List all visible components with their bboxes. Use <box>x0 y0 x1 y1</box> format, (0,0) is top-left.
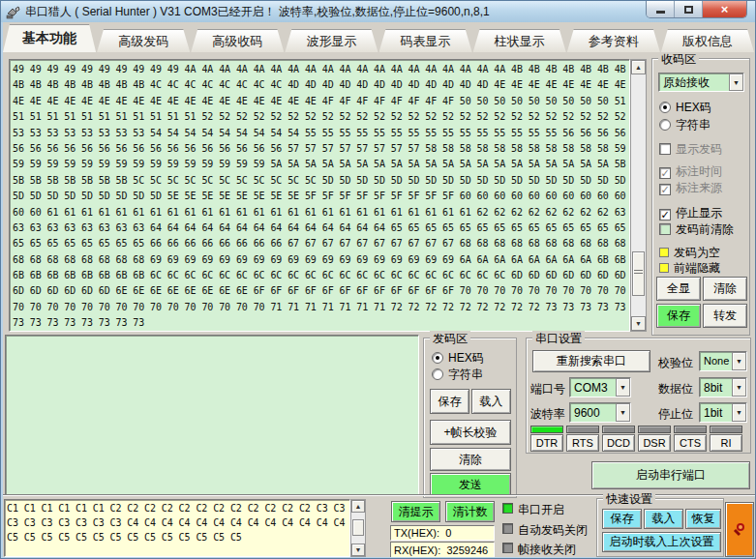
chevron-down-icon: ▼ <box>732 352 746 370</box>
checkbox-icon <box>659 143 671 155</box>
clear-prompt-button[interactable]: 清提示 <box>391 501 440 522</box>
checkbox-mark-source: ✓标注来源 <box>659 180 722 196</box>
maximize-icon <box>684 6 693 14</box>
send-load-button[interactable]: 载入 <box>471 389 511 414</box>
tab-bar-display[interactable]: 柱状显示 <box>473 29 566 52</box>
tab-copyright[interactable]: 版权信息 <box>661 29 754 52</box>
app-icon <box>6 5 20 19</box>
scroll-down-icon[interactable]: ▼ <box>631 316 646 331</box>
window-controls: × <box>646 1 747 18</box>
quick-restore-button[interactable]: 恢复 <box>685 509 721 529</box>
receive-radio-hex[interactable]: HEX码 <box>659 100 711 116</box>
scroll-up-icon[interactable]: ▲ <box>631 60 646 74</box>
hex-line: 59 59 59 59 59 59 59 59 59 59 59 59 59 5… <box>13 157 629 172</box>
hex-line: 63 63 63 63 63 63 63 63 64 64 64 64 64 6… <box>13 221 629 236</box>
databits-select[interactable]: 8bit ▼ <box>699 377 747 397</box>
indicator-front-hide: 前端隐藏 <box>659 260 720 277</box>
send-hex-log[interactable]: C1 C1 C1 C1 C1 C1 C2 C2 C2 C2 C2 C2 C2 C… <box>4 499 350 557</box>
send-group-title: 发码区 <box>430 331 470 347</box>
checkbox-stop-display[interactable]: ✓停止显示 <box>659 205 722 221</box>
forward-button[interactable]: 转发 <box>703 304 747 328</box>
hex-line: 65 65 65 65 65 65 65 65 66 66 66 66 66 6… <box>13 236 629 251</box>
clear-count-button[interactable]: 清计数 <box>445 501 495 522</box>
yellow-indicator-icon <box>659 263 669 273</box>
hex-line: 4E 4E 4E 4E 4E 4E 4E 4E 4E 4E 4E 4E 4E 4… <box>13 94 629 109</box>
receive-radio-string[interactable]: 字符串 <box>659 117 711 133</box>
minimize-button[interactable] <box>647 1 675 17</box>
magnifier-button[interactable] <box>725 502 754 557</box>
tab-adv-send[interactable]: 高级发码 <box>97 29 190 52</box>
hex-line: 5B 5B 5B 5B 5B 5B 5B 5C 5C 5C 5C 5C 5C 5… <box>13 173 629 189</box>
ri-button[interactable]: RI <box>710 434 742 452</box>
led-on-icon <box>502 503 513 514</box>
receive-mode-select[interactable]: 原始接收 ▼ <box>658 73 744 92</box>
tab-reference[interactable]: 参考资料 <box>567 29 660 52</box>
scrollbar-thumb[interactable] <box>352 519 364 536</box>
status-auto-send-off: 自动发码关闭 <box>502 522 588 539</box>
radio-icon <box>432 368 443 380</box>
tab-code-table[interactable]: 码表显示 <box>379 29 472 52</box>
chevron-down-icon: ▼ <box>732 403 746 422</box>
chevron-down-icon: ▼ <box>729 74 743 91</box>
checkbox-icon <box>659 223 671 235</box>
dcd-led <box>602 426 635 433</box>
tab-adv-receive[interactable]: 高级收码 <box>191 29 284 52</box>
send-clear-button[interactable]: 清除 <box>430 448 511 471</box>
scrollbar-thumb[interactable] <box>632 251 645 296</box>
parity-label: 校验位 <box>658 355 693 371</box>
maximize-button[interactable] <box>675 1 703 17</box>
baud-select[interactable]: 9600 ▼ <box>569 402 631 423</box>
send-save-button[interactable]: 保存 <box>430 389 469 414</box>
scroll-up-icon[interactable]: ▲ <box>351 500 365 513</box>
receive-scrollbar[interactable]: ▲ ▼ <box>630 59 647 332</box>
load-last-settings-button[interactable]: 启动时载入上次设置 <box>602 532 721 552</box>
led-off-icon <box>502 523 513 534</box>
receive-hex-display[interactable]: 49 49 49 49 49 49 49 49 49 49 4A 4A 4A 4… <box>9 59 630 332</box>
title-bar[interactable]: 串口猎人 ( Serial Hunter ) V31 COM3已经开启！ 波特率… <box>1 1 755 22</box>
status-port-open: 串口开启 <box>502 502 564 518</box>
show-all-button[interactable]: 全显 <box>656 277 701 301</box>
stopbits-select[interactable]: 1bit ▼ <box>699 402 747 423</box>
port-select[interactable]: COM3 ▼ <box>569 377 631 397</box>
checkbox-icon: ✓ <box>659 167 671 179</box>
cts-led <box>674 426 707 433</box>
dtr-button[interactable]: DTR <box>530 434 563 452</box>
save-receive-button[interactable]: 保存 <box>656 304 701 328</box>
dcd-button[interactable]: DCD <box>602 434 635 452</box>
checkbox-clear-before-send[interactable]: 发码前清除 <box>659 221 734 238</box>
hex-line: 68 68 68 68 68 68 68 68 69 69 69 69 69 6… <box>13 252 629 268</box>
tab-waveform[interactable]: 波形显示 <box>285 29 378 52</box>
receive-options-group: 收码区 原始接收 ▼ HEX码 字符串 显示发码 ✓标注时间 ✓标注来源 ✓停止… <box>651 58 750 336</box>
clear-receive-button[interactable]: 清除 <box>703 277 747 301</box>
send-text-area[interactable] <box>5 335 419 495</box>
research-ports-button[interactable]: 重新搜索串口 <box>532 350 650 372</box>
hex-line: 5D 5D 5D 5D 5D 5D 5D 5D 5D 5E 5E 5E 5E 5… <box>13 189 629 204</box>
frame-check-button[interactable]: +帧长校验 <box>430 420 511 445</box>
log-scrollbar[interactable]: ▲ ▼ <box>350 499 366 557</box>
hex-line: 70 70 70 70 70 70 70 70 70 70 70 70 70 7… <box>13 300 629 315</box>
open-serial-port-button[interactable]: 启动串行端口 <box>591 461 750 489</box>
dsr-led <box>638 426 671 433</box>
rx-value: 3259246 <box>446 544 488 556</box>
tab-basic[interactable]: 基本功能 <box>3 24 96 52</box>
quick-load-button[interactable]: 载入 <box>644 509 683 529</box>
send-radio-hex[interactable]: HEX码 <box>432 350 484 367</box>
rts-led <box>566 426 599 433</box>
send-radio-string[interactable]: 字符串 <box>432 367 483 383</box>
app-window: 串口猎人 ( Serial Hunter ) V31 COM3已经开启！ 波特率… <box>0 0 756 559</box>
cts-button[interactable]: CTS <box>674 434 707 452</box>
close-button[interactable]: × <box>703 1 746 17</box>
checkbox-mark-time: ✓标注时间 <box>659 163 722 180</box>
quick-save-button[interactable]: 保存 <box>602 509 642 529</box>
parity-select[interactable]: None 无 ▼ <box>699 351 747 371</box>
tx-value: 0 <box>445 527 451 539</box>
send-button[interactable]: 发送 <box>430 473 511 496</box>
hex-line: 49 49 49 49 49 49 49 49 49 49 4A 4A 4A 4… <box>13 62 629 77</box>
chevron-down-icon: ▼ <box>616 378 630 397</box>
rts-button[interactable]: RTS <box>566 434 599 452</box>
scroll-down-icon[interactable]: ▼ <box>351 544 365 556</box>
dsr-button[interactable]: DSR <box>638 434 671 452</box>
checkbox-icon: ✓ <box>659 184 671 195</box>
radio-icon <box>659 119 671 131</box>
chevron-down-icon: ▼ <box>616 403 630 422</box>
